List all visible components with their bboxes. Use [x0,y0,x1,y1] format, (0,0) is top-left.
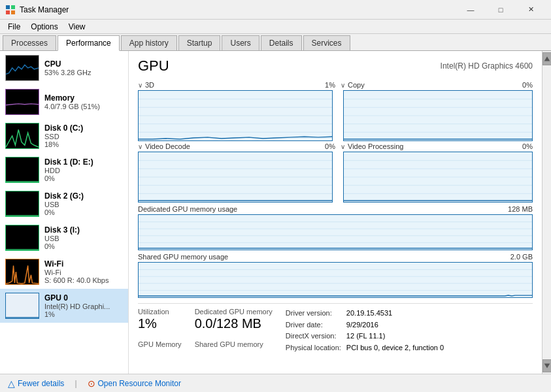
menu-file[interactable]: File [3,21,25,33]
maximize-button[interactable]: □ [486,0,516,20]
chevron-up-icon: △ [8,378,15,389]
disk3-label: Disk 3 (I:) [44,225,123,235]
utilization-label: Utilization [138,308,182,316]
gpu-memory-label: Dedicated GPU memory [195,308,273,316]
directx-value: 12 (FL 11.1) [346,331,444,342]
driver-version-label: Driver version: [286,308,341,319]
gpu0-label: GPU 0 [44,293,123,302]
cpu-usage: 53% 3.28 GHz [44,69,123,76]
gpu-memory-stat: Dedicated GPU memory 0.0/128 MB Shared G… [195,308,273,353]
stats-bar: Utilization 1% GPU Memory Dedicated GPU … [138,303,533,353]
gpu-memory-sub: GPU Memory [138,340,182,348]
tab-performance[interactable]: Performance [58,35,120,51]
close-button[interactable]: ✕ [516,0,546,20]
sidebar-item-memory[interactable]: Memory 4.0/7.9 GB (51%) [0,85,128,119]
detail-labels: Driver version: Driver date: DirectX ver… [286,308,341,353]
disk0-type: SSD [44,133,123,140]
chart-3d-value: 1% [325,81,335,89]
driver-details: Driver version: Driver date: DirectX ver… [286,308,533,353]
tab-startup[interactable]: Startup [178,35,221,50]
chart-copy-box [343,90,533,141]
footer: △ Fewer details | ⊙ Open Resource Monito… [0,374,551,392]
chevron-vp-icon: ∨ [341,143,345,150]
scrollbar[interactable] [542,51,551,374]
wifi-label: Wi-Fi [44,259,123,269]
cpu-info: CPU 53% 3.28 GHz [44,59,123,76]
gpu0-name: Intel(R) HD Graphi... [44,302,123,310]
disk3-mini-chart [5,225,39,251]
memory-mini-chart [5,89,39,115]
dedicated-memory-section: Dedicated GPU memory usage 128 MB [138,205,533,250]
sidebar-item-wifi[interactable]: Wi-Fi Wi-Fi S: 600 R: 40.0 Kbps [0,255,128,289]
disk3-usage: 0% [44,242,123,250]
gpu0-mini-chart [5,293,39,319]
wifi-speed: S: 600 R: 40.0 Kbps [44,276,123,284]
tab-users[interactable]: Users [222,35,259,50]
disk1-mini-chart [5,157,39,183]
dedicated-memory-label: Dedicated GPU memory usage 128 MB [138,205,533,213]
gpu0-usage: 1% [44,310,123,318]
wifi-mini-chart [5,259,39,285]
svg-rect-1 [11,5,15,9]
sidebar-item-disk3[interactable]: Disk 3 (I:) USB 0% [0,221,128,255]
chart-3d-section: ∨ 3D 1% [138,81,335,141]
driver-version-value: 20.19.15.4531 [346,308,444,319]
driver-date-label: Driver date: [286,319,341,331]
open-monitor-link[interactable]: ⊙ Open Resource Monitor [88,378,181,389]
chart-videoprocessing-label: ∨ Video Processing 0% [341,142,533,150]
memory-info: Memory 4.0/7.9 GB (51%) [44,93,123,110]
svg-rect-3 [11,10,15,14]
disk1-type: HDD [44,167,123,174]
titlebar: Task Manager — □ ✕ [0,0,551,20]
chart-3d-box [138,90,333,141]
disk2-mini-chart [5,191,39,217]
shared-memory-label: Shared GPU memory usage 2.0 GB [138,253,533,261]
disk3-type: USB [44,235,123,242]
sidebar-item-disk1[interactable]: Disk 1 (D: E:) HDD 0% [0,153,128,187]
wifi-type: Wi-Fi [44,269,123,276]
disk0-label: Disk 0 (C:) [44,123,123,133]
chart-copy-label: ∨ Copy 0% [341,81,533,89]
memory-usage: 4.0/7.9 GB (51%) [44,103,123,110]
chart-videodecode-value: 0% [325,142,335,150]
chart-videodecode-label: ∨ Video Decode 0% [138,142,335,150]
shared-memory-sub: Shared GPU memory [195,340,273,348]
gpu0-info: GPU 0 Intel(R) HD Graphi... 1% [44,293,123,318]
physical-location-value: PCI bus 0, device 2, function 0 [346,342,444,354]
chart-videoprocessing-box [343,152,533,203]
sidebar-item-cpu[interactable]: CPU 53% 3.28 GHz [0,51,128,85]
svg-marker-32 [544,57,550,61]
main-layout: CPU 53% 3.28 GHz Memory 4.0/7.9 GB (51%) [0,51,551,374]
tab-apphistory[interactable]: App history [121,35,177,50]
disk2-usage: 0% [44,208,123,216]
gpu-title: GPU [138,57,169,74]
chart-videoprocessing-name: Video Processing [348,142,403,150]
sidebar-item-gpu0[interactable]: GPU 0 Intel(R) HD Graphi... 1% [0,289,128,323]
chart-3d-label: ∨ 3D 1% [138,81,335,89]
utilization-stat: Utilization 1% GPU Memory [138,308,182,353]
sidebar-item-disk2[interactable]: Disk 2 (G:) USB 0% [0,187,128,221]
menu-view[interactable]: View [63,21,91,33]
svg-rect-0 [6,5,10,9]
shared-memory-value: 2.0 GB [510,253,533,261]
cpu-mini-chart [5,55,39,81]
disk2-type: USB [44,201,123,208]
disk0-usage: 18% [44,140,123,148]
scroll-up-button[interactable] [543,52,551,65]
sidebar-item-disk0[interactable]: Disk 0 (C:) SSD 18% [0,119,128,153]
disk0-mini-chart [5,123,39,149]
shared-memory-chart [138,262,533,298]
tab-processes[interactable]: Processes [3,35,56,50]
content-area: GPU Intel(R) HD Graphics 4600 ∨ 3D 1% [129,51,542,374]
menu-options[interactable]: Options [25,21,63,33]
tab-details[interactable]: Details [261,35,302,50]
chart-copy-section: ∨ Copy 0% [335,81,533,141]
scroll-down-button[interactable] [543,359,551,372]
chart-videodecode-box [138,152,333,203]
tab-services[interactable]: Services [303,35,350,50]
chart-videoprocessing-section: ∨ Video Processing 0% [335,142,533,203]
fewer-details-link[interactable]: △ Fewer details [8,378,64,389]
cpu-label: CPU [44,59,123,69]
minimize-button[interactable]: — [456,0,486,20]
chevron-vd-icon: ∨ [138,143,142,150]
